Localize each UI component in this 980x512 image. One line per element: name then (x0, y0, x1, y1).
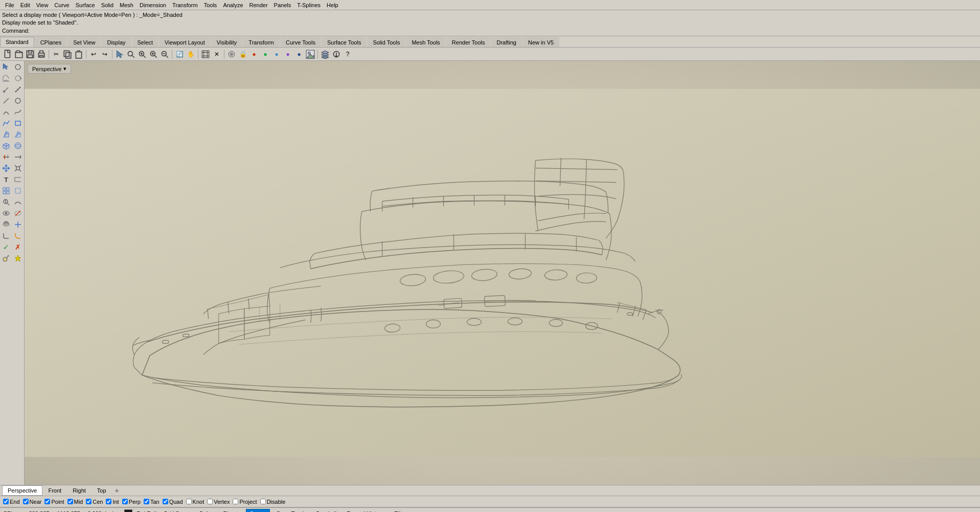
point-cloud-tool[interactable] (13, 84, 23, 95)
undo-icon[interactable]: ↩ (88, 49, 99, 59)
osnap-end[interactable]: End (3, 499, 20, 505)
rotate-view-icon[interactable]: 🔄 (174, 49, 185, 59)
status-grid-snap[interactable]: Grid Snap (160, 509, 193, 512)
osnap-cen-check[interactable] (86, 499, 92, 504)
render-mode-4[interactable]: ● (283, 49, 293, 59)
osnap-quad[interactable]: Quad (163, 499, 183, 505)
zoom-in-icon[interactable] (148, 49, 158, 59)
zoom-extents-icon[interactable] (137, 49, 147, 59)
menu-edit[interactable]: Edit (17, 1, 33, 9)
group-tool[interactable] (1, 186, 11, 196)
menu-render[interactable]: Render (246, 1, 271, 9)
paste-icon[interactable] (74, 49, 84, 59)
menu-mesh[interactable]: Mesh (117, 1, 136, 9)
render-mode-1[interactable]: ● (249, 49, 259, 59)
block-tool[interactable] (13, 186, 23, 196)
contour-tool[interactable] (1, 219, 11, 230)
redo-icon[interactable]: ↪ (100, 49, 110, 59)
osnap-vertex[interactable]: Vertex (207, 499, 230, 505)
rectangle-tool[interactable] (13, 118, 23, 128)
menu-tools[interactable]: Tools (201, 1, 220, 9)
osnap-project[interactable]: Project (233, 499, 257, 505)
osnap-quad-check[interactable] (163, 499, 168, 504)
status-gumball[interactable]: Gumball (312, 509, 340, 512)
curvature-tool[interactable] (13, 197, 23, 207)
lock-icon[interactable]: 🔒 (238, 49, 248, 59)
line-tool[interactable] (1, 96, 11, 106)
status-smarttrack[interactable]: SmartTrack (273, 509, 309, 512)
layer-icon[interactable] (320, 49, 330, 59)
viewport[interactable]: Perspective ▾ (25, 61, 980, 485)
check-tool[interactable]: ✓ (1, 242, 11, 252)
tab-render-tools[interactable]: Render Tools (446, 37, 491, 47)
dim-tool[interactable] (13, 174, 23, 185)
analysis-tool[interactable] (1, 197, 11, 207)
osnap-point-check[interactable] (44, 499, 50, 504)
chamfer-tool[interactable] (13, 231, 23, 241)
render-full[interactable] (305, 49, 315, 59)
vp-tab-perspective[interactable]: Perspective (2, 485, 42, 496)
tab-cplanes[interactable]: CPlanes (35, 37, 67, 47)
properties-icon[interactable] (331, 49, 341, 59)
menu-view[interactable]: View (33, 1, 52, 9)
tab-visibility[interactable]: Visibility (211, 37, 243, 47)
osnap-project-check[interactable] (233, 499, 238, 504)
render-mode-3[interactable]: ● (271, 49, 282, 59)
osnap-vertex-check[interactable] (207, 499, 213, 504)
osnap-knot[interactable]: Knot (186, 499, 204, 505)
osnap-int-check[interactable] (106, 499, 111, 504)
view-rotate[interactable] (13, 73, 23, 83)
osnap-mid-check[interactable] (67, 499, 73, 504)
sphere-tool[interactable] (13, 141, 23, 151)
tab-viewport-layout[interactable]: Viewport Layout (159, 37, 211, 47)
tab-mesh-tools[interactable]: Mesh Tools (406, 37, 445, 47)
magic-tool[interactable] (13, 253, 23, 263)
menu-solid[interactable]: Solid (98, 1, 117, 9)
point-tool[interactable] (1, 84, 11, 95)
layer-color-swatch[interactable] (124, 509, 132, 512)
show-tool[interactable] (1, 208, 11, 218)
vp-tab-add[interactable]: + (112, 485, 122, 496)
osnap-knot-check[interactable] (186, 499, 192, 504)
menu-tsplines[interactable]: T-Splines (294, 1, 324, 9)
grid-icon[interactable] (200, 49, 211, 59)
copy-icon[interactable] (62, 49, 73, 59)
vp-tab-top[interactable]: Top (92, 485, 112, 496)
osnap-cen[interactable]: Cen (86, 499, 103, 505)
select-option[interactable] (13, 62, 23, 72)
help-icon[interactable]: ? (343, 49, 353, 59)
surface-tool[interactable] (1, 129, 11, 140)
osnap-perp-check[interactable] (122, 499, 128, 504)
cut-icon[interactable]: ✂ (51, 49, 61, 59)
vp-tab-front[interactable]: Front (42, 485, 67, 496)
move-tool[interactable] (1, 163, 11, 173)
render-mode-5[interactable]: ● (294, 49, 304, 59)
trim-tool[interactable] (1, 152, 11, 162)
circle-tool[interactable] (13, 96, 23, 106)
delete-icon[interactable]: ✕ (212, 49, 222, 59)
osnap-tan[interactable]: Tan (144, 499, 159, 505)
osnap-mid[interactable]: Mid (67, 499, 83, 505)
zoom-out-icon[interactable] (159, 49, 170, 59)
tab-drafting[interactable]: Drafting (491, 37, 522, 47)
status-planar[interactable]: Planar (220, 509, 243, 512)
freeform-curve[interactable] (13, 107, 23, 117)
vp-tab-right[interactable]: Right (67, 485, 92, 496)
viewport-label[interactable]: Perspective ▾ (28, 64, 71, 74)
zoom-window-icon[interactable] (126, 49, 136, 59)
status-filter[interactable]: Filter (391, 509, 410, 512)
box-tool[interactable] (1, 141, 11, 151)
menu-dimension[interactable]: Dimension (136, 1, 169, 9)
menu-analyze[interactable]: Analyze (220, 1, 246, 9)
pan-icon[interactable]: ✋ (186, 49, 196, 59)
render-mode-2[interactable]: ● (260, 49, 270, 59)
menu-curve[interactable]: Curve (51, 1, 72, 9)
osnap-perp[interactable]: Perp (122, 499, 141, 505)
paint-tool[interactable] (1, 253, 11, 263)
text-tool[interactable]: T (1, 174, 11, 185)
tab-select[interactable]: Select (132, 37, 159, 47)
osnap-end-check[interactable] (3, 499, 9, 504)
extend-tool[interactable] (13, 152, 23, 162)
tab-new-v5[interactable]: New in V5 (522, 37, 559, 47)
open-icon[interactable] (14, 49, 24, 59)
